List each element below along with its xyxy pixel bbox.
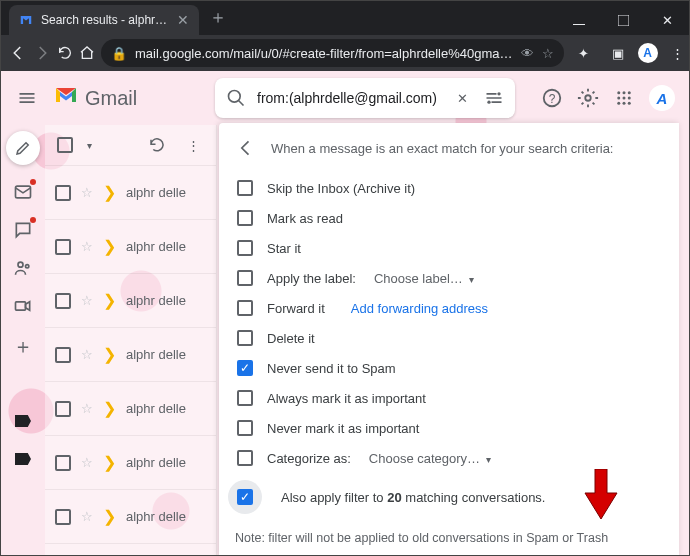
mail-row[interactable]: ☆❯alphr delle: [45, 165, 216, 219]
opt-never-important: Never mark it as important: [267, 421, 419, 436]
search-input[interactable]: [257, 90, 441, 106]
svg-text:?: ?: [549, 92, 556, 106]
compose-button[interactable]: [6, 131, 40, 165]
category-select[interactable]: Choose category…▾: [369, 451, 491, 466]
row-star-icon[interactable]: ☆: [81, 455, 93, 470]
extension-alphr-icon[interactable]: A: [638, 43, 658, 63]
row-checkbox[interactable]: [55, 347, 71, 363]
row-star-icon[interactable]: ☆: [81, 401, 93, 416]
checkbox-delete[interactable]: [237, 330, 253, 346]
url-text: mail.google.com/mail/u/0/#create-filter/…: [135, 46, 513, 61]
window-close-icon[interactable]: ✕: [645, 5, 689, 35]
importance-marker-icon[interactable]: ❯: [103, 507, 116, 526]
refresh-icon[interactable]: [146, 134, 168, 156]
spaces-rail-icon[interactable]: [12, 257, 34, 279]
svg-point-10: [628, 91, 631, 94]
mail-row[interactable]: ☆❯alphr delle: [45, 219, 216, 273]
mail-rail-icon[interactable]: [12, 181, 34, 203]
settings-gear-icon[interactable]: [577, 87, 599, 109]
window-minimize-icon[interactable]: [557, 5, 601, 35]
row-checkbox[interactable]: [55, 239, 71, 255]
main-menu-icon[interactable]: [15, 86, 39, 110]
rail-add-icon[interactable]: ＋: [13, 333, 33, 360]
row-star-icon[interactable]: ☆: [81, 239, 93, 254]
row-sender: alphr delle: [126, 185, 186, 200]
extension-square-icon[interactable]: ▣: [604, 39, 632, 67]
row-checkbox[interactable]: [55, 185, 71, 201]
row-star-icon[interactable]: ☆: [81, 293, 93, 308]
row-star-icon[interactable]: ☆: [81, 347, 93, 362]
checkbox-forward[interactable]: [237, 300, 253, 316]
add-forwarding-link[interactable]: Add forwarding address: [351, 301, 488, 316]
mail-row[interactable]: ☆❯alphr delle: [45, 435, 216, 489]
left-rail: ＋: [1, 125, 45, 556]
new-tab-button[interactable]: ＋: [209, 5, 227, 29]
checkbox-skip-inbox[interactable]: [237, 180, 253, 196]
search-icon[interactable]: [225, 87, 247, 109]
star-icon[interactable]: ☆: [542, 46, 554, 61]
importance-marker-icon[interactable]: ❯: [103, 345, 116, 364]
clear-search-icon[interactable]: ✕: [451, 87, 473, 109]
support-icon[interactable]: ?: [541, 87, 563, 109]
window-maximize-icon[interactable]: [601, 5, 645, 35]
more-icon[interactable]: ⋮: [182, 134, 204, 156]
svg-point-8: [617, 91, 620, 94]
svg-point-14: [617, 102, 620, 105]
row-checkbox[interactable]: [55, 401, 71, 417]
search-options-icon[interactable]: [483, 87, 505, 109]
importance-marker-icon[interactable]: ❯: [103, 453, 116, 472]
nav-home-icon[interactable]: [79, 39, 95, 67]
select-all-dropdown-icon[interactable]: ▾: [87, 140, 92, 151]
opt-delete: Delete it: [267, 331, 315, 346]
row-star-icon[interactable]: ☆: [81, 509, 93, 524]
label-tag-icon-2[interactable]: [12, 448, 34, 470]
opt-skip-inbox: Skip the Inbox (Archive it): [267, 181, 415, 196]
row-star-icon[interactable]: ☆: [81, 185, 93, 200]
browser-tab[interactable]: Search results - alphr101@gmail… ✕: [9, 5, 199, 35]
apps-grid-icon[interactable]: [613, 87, 635, 109]
account-avatar[interactable]: A: [649, 85, 675, 111]
meet-rail-icon[interactable]: [12, 295, 34, 317]
importance-marker-icon[interactable]: ❯: [103, 399, 116, 418]
browser-titlebar: Search results - alphr101@gmail… ✕ ＋ ✕: [1, 1, 689, 35]
eye-icon[interactable]: 👁: [521, 46, 534, 61]
tab-close-icon[interactable]: ✕: [177, 12, 189, 28]
checkbox-always-important[interactable]: [237, 390, 253, 406]
checkbox-apply-label[interactable]: [237, 270, 253, 286]
checkbox-categorize[interactable]: [237, 450, 253, 466]
back-arrow-icon[interactable]: [235, 137, 257, 159]
label-tag-icon[interactable]: [12, 410, 34, 432]
row-sender: alphr delle: [126, 347, 186, 362]
row-checkbox[interactable]: [55, 509, 71, 525]
svg-point-15: [623, 102, 626, 105]
mail-row[interactable]: ☆❯alphr delle: [45, 543, 216, 556]
nav-reload-icon[interactable]: [57, 39, 73, 67]
importance-marker-icon[interactable]: ❯: [103, 291, 116, 310]
select-all-checkbox[interactable]: [57, 137, 73, 153]
svg-point-7: [585, 95, 591, 101]
chat-rail-icon[interactable]: [12, 219, 34, 241]
row-checkbox[interactable]: [55, 455, 71, 471]
row-checkbox[interactable]: [55, 293, 71, 309]
checkbox-also-apply[interactable]: [237, 489, 253, 505]
opt-categorize: Categorize as:: [267, 451, 351, 466]
mail-row[interactable]: ☆❯alphr delle: [45, 327, 216, 381]
mail-row[interactable]: ☆❯alphr delle: [45, 489, 216, 543]
gmail-logo[interactable]: Gmail: [53, 85, 137, 111]
label-select[interactable]: Choose label…▾: [374, 271, 474, 286]
mail-row[interactable]: ☆❯alphr delle: [45, 273, 216, 327]
checkbox-never-important[interactable]: [237, 420, 253, 436]
search-box[interactable]: ✕: [215, 78, 515, 118]
checkbox-star[interactable]: [237, 240, 253, 256]
checkbox-mark-read[interactable]: [237, 210, 253, 226]
address-bar[interactable]: 🔒 mail.google.com/mail/u/0/#create-filte…: [101, 39, 564, 67]
importance-marker-icon[interactable]: ❯: [103, 237, 116, 256]
create-filter-panel: When a message is an exact match for you…: [219, 123, 679, 556]
importance-marker-icon[interactable]: ❯: [103, 183, 116, 202]
checkbox-never-spam[interactable]: [237, 360, 253, 376]
gmail-header: Gmail ✕ ? A: [1, 71, 689, 125]
mail-row[interactable]: ☆❯alphr delle: [45, 381, 216, 435]
extensions-icon[interactable]: ✦: [570, 39, 598, 67]
nav-back-icon[interactable]: [9, 39, 27, 67]
browser-menu-icon[interactable]: ⋮: [664, 39, 690, 67]
